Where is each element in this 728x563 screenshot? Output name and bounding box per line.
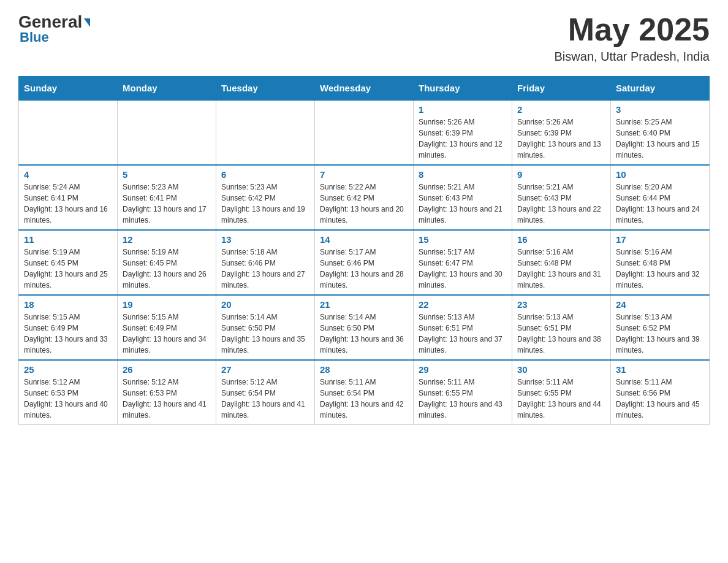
calendar-cell: 31Sunrise: 5:11 AM Sunset: 6:56 PM Dayli… [611,360,710,425]
calendar-cell [118,100,216,165]
day-info: Sunrise: 5:11 AM Sunset: 6:55 PM Dayligh… [419,377,507,421]
day-info: Sunrise: 5:26 AM Sunset: 6:39 PM Dayligh… [517,117,605,161]
day-number: 19 [123,299,211,310]
month-year-title: May 2025 [555,12,710,47]
day-info: Sunrise: 5:23 AM Sunset: 6:42 PM Dayligh… [221,182,309,226]
calendar-cell: 12Sunrise: 5:19 AM Sunset: 6:45 PM Dayli… [118,230,216,295]
calendar-cell: 4Sunrise: 5:24 AM Sunset: 6:41 PM Daylig… [19,165,118,230]
calendar-cell: 26Sunrise: 5:12 AM Sunset: 6:53 PM Dayli… [118,360,216,425]
day-number: 7 [320,169,408,180]
calendar-cell: 8Sunrise: 5:21 AM Sunset: 6:43 PM Daylig… [414,165,512,230]
calendar-cell [19,100,118,165]
calendar-cell: 6Sunrise: 5:23 AM Sunset: 6:42 PM Daylig… [216,165,315,230]
calendar-cell: 23Sunrise: 5:13 AM Sunset: 6:51 PM Dayli… [512,295,611,360]
day-info: Sunrise: 5:11 AM Sunset: 6:54 PM Dayligh… [320,377,408,421]
day-number: 26 [123,364,211,375]
day-info: Sunrise: 5:26 AM Sunset: 6:39 PM Dayligh… [419,117,507,161]
day-number: 6 [221,169,309,180]
calendar-cell: 27Sunrise: 5:12 AM Sunset: 6:54 PM Dayli… [216,360,315,425]
col-tuesday: Tuesday [216,77,315,101]
day-number: 28 [320,364,408,375]
day-number: 25 [24,364,112,375]
day-number: 16 [517,234,605,245]
calendar-cell: 19Sunrise: 5:15 AM Sunset: 6:49 PM Dayli… [118,295,216,360]
col-friday: Friday [512,77,611,101]
day-number: 15 [419,234,507,245]
location-label: Biswan, Uttar Pradesh, India [555,50,710,64]
calendar-table: Sunday Monday Tuesday Wednesday Thursday… [18,76,710,425]
day-info: Sunrise: 5:11 AM Sunset: 6:56 PM Dayligh… [616,377,704,421]
calendar-week-row-2: 4Sunrise: 5:24 AM Sunset: 6:41 PM Daylig… [19,165,710,230]
day-number: 20 [221,299,309,310]
logo-arrow-icon [84,18,90,27]
calendar-header-row: Sunday Monday Tuesday Wednesday Thursday… [19,77,710,101]
day-number: 23 [517,299,605,310]
calendar-week-row-3: 11Sunrise: 5:19 AM Sunset: 6:45 PM Dayli… [19,230,710,295]
day-number: 30 [517,364,605,375]
day-info: Sunrise: 5:13 AM Sunset: 6:51 PM Dayligh… [419,312,507,356]
calendar-cell: 16Sunrise: 5:16 AM Sunset: 6:48 PM Dayli… [512,230,611,295]
day-info: Sunrise: 5:14 AM Sunset: 6:50 PM Dayligh… [320,312,408,356]
day-number: 27 [221,364,309,375]
col-sunday: Sunday [19,77,118,101]
logo: General Blue [18,12,90,45]
day-info: Sunrise: 5:16 AM Sunset: 6:48 PM Dayligh… [616,247,704,291]
day-number: 12 [123,234,211,245]
calendar-cell: 2Sunrise: 5:26 AM Sunset: 6:39 PM Daylig… [512,100,611,165]
day-info: Sunrise: 5:17 AM Sunset: 6:46 PM Dayligh… [320,247,408,291]
day-info: Sunrise: 5:16 AM Sunset: 6:48 PM Dayligh… [517,247,605,291]
calendar-week-row-4: 18Sunrise: 5:15 AM Sunset: 6:49 PM Dayli… [19,295,710,360]
day-info: Sunrise: 5:13 AM Sunset: 6:51 PM Dayligh… [517,312,605,356]
day-number: 14 [320,234,408,245]
calendar-week-row-1: 1Sunrise: 5:26 AM Sunset: 6:39 PM Daylig… [19,100,710,165]
day-number: 13 [221,234,309,245]
day-info: Sunrise: 5:12 AM Sunset: 6:54 PM Dayligh… [221,377,309,421]
calendar-cell: 18Sunrise: 5:15 AM Sunset: 6:49 PM Dayli… [19,295,118,360]
day-info: Sunrise: 5:21 AM Sunset: 6:43 PM Dayligh… [517,182,605,226]
calendar-cell: 30Sunrise: 5:11 AM Sunset: 6:55 PM Dayli… [512,360,611,425]
day-info: Sunrise: 5:19 AM Sunset: 6:45 PM Dayligh… [24,247,112,291]
calendar-cell: 14Sunrise: 5:17 AM Sunset: 6:46 PM Dayli… [315,230,414,295]
calendar-cell: 3Sunrise: 5:25 AM Sunset: 6:40 PM Daylig… [611,100,710,165]
calendar-cell: 29Sunrise: 5:11 AM Sunset: 6:55 PM Dayli… [414,360,512,425]
day-number: 4 [24,169,112,180]
day-info: Sunrise: 5:21 AM Sunset: 6:43 PM Dayligh… [419,182,507,226]
calendar-week-row-5: 25Sunrise: 5:12 AM Sunset: 6:53 PM Dayli… [19,360,710,425]
day-number: 22 [419,299,507,310]
day-number: 2 [517,104,605,115]
day-number: 5 [123,169,211,180]
day-number: 18 [24,299,112,310]
calendar-cell: 21Sunrise: 5:14 AM Sunset: 6:50 PM Dayli… [315,295,414,360]
calendar-cell: 28Sunrise: 5:11 AM Sunset: 6:54 PM Dayli… [315,360,414,425]
calendar-cell [315,100,414,165]
calendar-cell: 25Sunrise: 5:12 AM Sunset: 6:53 PM Dayli… [19,360,118,425]
day-info: Sunrise: 5:15 AM Sunset: 6:49 PM Dayligh… [123,312,211,356]
calendar-cell: 22Sunrise: 5:13 AM Sunset: 6:51 PM Dayli… [414,295,512,360]
day-info: Sunrise: 5:13 AM Sunset: 6:52 PM Dayligh… [616,312,704,356]
day-info: Sunrise: 5:22 AM Sunset: 6:42 PM Dayligh… [320,182,408,226]
calendar-cell: 1Sunrise: 5:26 AM Sunset: 6:39 PM Daylig… [414,100,512,165]
calendar-cell: 9Sunrise: 5:21 AM Sunset: 6:43 PM Daylig… [512,165,611,230]
calendar-cell: 20Sunrise: 5:14 AM Sunset: 6:50 PM Dayli… [216,295,315,360]
col-wednesday: Wednesday [315,77,414,101]
calendar-cell: 5Sunrise: 5:23 AM Sunset: 6:41 PM Daylig… [118,165,216,230]
title-block: May 2025 Biswan, Uttar Pradesh, India [555,12,710,64]
calendar-cell: 15Sunrise: 5:17 AM Sunset: 6:47 PM Dayli… [414,230,512,295]
calendar-cell [216,100,315,165]
day-info: Sunrise: 5:23 AM Sunset: 6:41 PM Dayligh… [123,182,211,226]
day-number: 8 [419,169,507,180]
day-info: Sunrise: 5:24 AM Sunset: 6:41 PM Dayligh… [24,182,112,226]
logo-blue-label: Blue [20,29,49,45]
calendar-cell: 11Sunrise: 5:19 AM Sunset: 6:45 PM Dayli… [19,230,118,295]
day-number: 10 [616,169,704,180]
col-thursday: Thursday [414,77,512,101]
day-number: 31 [616,364,704,375]
calendar-cell: 7Sunrise: 5:22 AM Sunset: 6:42 PM Daylig… [315,165,414,230]
day-number: 1 [419,104,507,115]
day-info: Sunrise: 5:17 AM Sunset: 6:47 PM Dayligh… [419,247,507,291]
day-number: 21 [320,299,408,310]
day-info: Sunrise: 5:19 AM Sunset: 6:45 PM Dayligh… [123,247,211,291]
day-info: Sunrise: 5:12 AM Sunset: 6:53 PM Dayligh… [24,377,112,421]
col-saturday: Saturday [611,77,710,101]
day-info: Sunrise: 5:12 AM Sunset: 6:53 PM Dayligh… [123,377,211,421]
